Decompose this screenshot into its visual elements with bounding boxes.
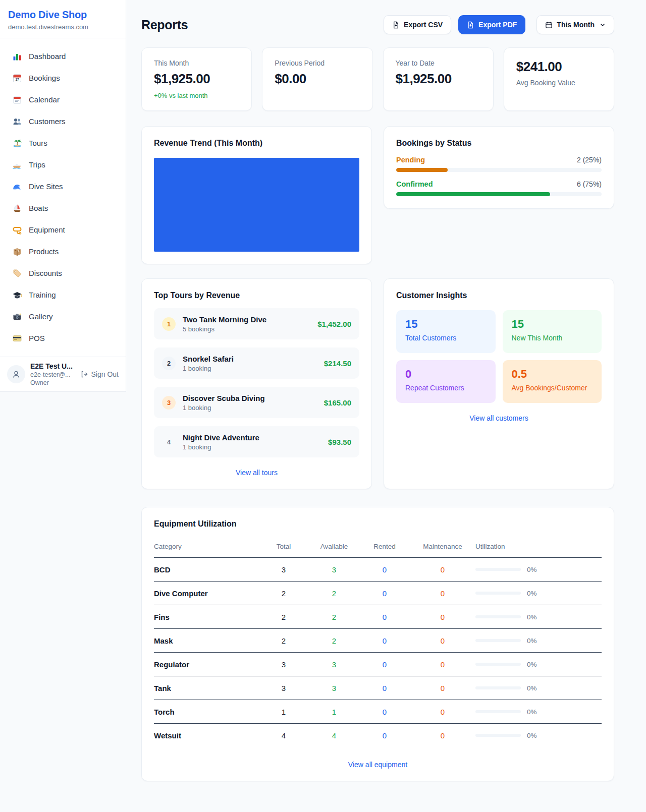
utilization-percent: 0% — [527, 590, 537, 597]
sign-out-button[interactable]: Sign Out — [80, 370, 119, 378]
export-pdf-label: Export PDF — [478, 21, 517, 29]
status-bar-track — [396, 192, 602, 196]
column-header-available: Available — [309, 539, 359, 558]
table-row: Tank33000% — [154, 676, 602, 700]
revenue-trend-card: Revenue Trend (This Month) — [141, 126, 372, 264]
cell-total: 4 — [258, 724, 309, 747]
status-bar-fill — [396, 192, 550, 196]
equipment-icon — [12, 225, 22, 235]
bookings-by-status-title: Bookings by Status — [396, 139, 602, 148]
sidebar-item-discounts[interactable]: Discounts — [4, 262, 122, 284]
column-header-utilization: Utilization — [475, 539, 602, 558]
column-header-category: Category — [154, 539, 258, 558]
dashboard-icon — [12, 51, 22, 62]
customer-insights-title: Customer Insights — [396, 291, 602, 300]
sidebar-item-equipment[interactable]: Equipment — [4, 219, 122, 241]
shop-domain: demo.test.divestreams.com — [8, 23, 118, 31]
sidebar-item-label: Products — [29, 247, 59, 256]
tour-bookings: 1 booking — [183, 404, 265, 412]
equipment-utilization-title: Equipment Utilization — [154, 519, 602, 529]
utilization-percent: 0% — [527, 708, 537, 716]
status-count: 6 (75%) — [577, 180, 602, 188]
sidebar-item-label: POS — [29, 334, 45, 342]
stat-value: $241.00 — [516, 59, 602, 75]
sidebar-item-tours[interactable]: Tours — [4, 132, 122, 154]
cell-utilization: 0% — [475, 629, 602, 653]
cell-maintenance: 0 — [410, 676, 475, 700]
cell-available: 2 — [309, 582, 359, 605]
discounts-icon — [12, 268, 22, 278]
export-pdf-button[interactable]: Export PDF — [458, 15, 525, 34]
cell-utilization: 0% — [475, 724, 602, 747]
sidebar-item-label: Discounts — [29, 269, 62, 277]
utilization-percent: 0% — [527, 613, 537, 621]
sidebar-item-dive-sites[interactable]: Dive Sites — [4, 176, 122, 197]
sidebar-item-trips[interactable]: Trips — [4, 154, 122, 176]
view-all-customers-link[interactable]: View all customers — [396, 414, 602, 422]
utilization-percent: 0% — [527, 684, 537, 692]
table-row: Regulator33000% — [154, 653, 602, 676]
cell-utilization: 0% — [475, 653, 602, 676]
shop-name: Demo Dive Shop — [8, 9, 118, 21]
status-bar-track — [396, 168, 602, 172]
sidebar-nav: Dashboard 17 Bookings Calendar Customers… — [0, 38, 126, 357]
sidebar-item-pos[interactable]: POS — [4, 327, 122, 349]
list-item: 3 Discover Scuba Diving 1 booking $165.0… — [154, 387, 359, 418]
table-row: Fins22000% — [154, 605, 602, 629]
list-item: 2 Snorkel Safari 1 booking $214.50 — [154, 347, 359, 379]
sidebar-item-gallery[interactable]: Gallery — [4, 306, 122, 327]
sidebar-item-boats[interactable]: Boats — [4, 197, 122, 219]
utilization-bar-track — [475, 568, 521, 571]
cell-utilization: 0% — [475, 582, 602, 605]
table-row: Dive Computer22000% — [154, 582, 602, 605]
stat-card-this-month: This Month $1,925.00 +0% vs last month — [141, 47, 252, 111]
calendar-icon — [12, 95, 22, 105]
period-label: This Month — [557, 21, 595, 29]
main-content: Reports Export CSV Export PDF This Month… — [126, 0, 646, 801]
view-all-equipment-link[interactable]: View all equipment — [154, 761, 602, 769]
period-dropdown[interactable]: This Month — [536, 15, 614, 34]
tour-bookings: 1 booking — [183, 365, 234, 372]
cell-category: Tank — [154, 676, 258, 700]
sidebar-item-dashboard[interactable]: Dashboard — [4, 45, 122, 67]
sidebar-item-calendar[interactable]: Calendar — [4, 89, 122, 110]
sidebar-item-bookings[interactable]: 17 Bookings — [4, 67, 122, 89]
utilization-bar-track — [475, 686, 521, 689]
cell-category: Dive Computer — [154, 582, 258, 605]
stat-label: Avg Booking Value — [516, 79, 602, 87]
cell-maintenance: 0 — [410, 653, 475, 676]
list-item: 4 Night Dive Adventure 1 booking $93.50 — [154, 426, 359, 457]
utilization-bar-track — [475, 710, 521, 713]
tour-name: Night Dive Adventure — [183, 433, 259, 442]
cell-available: 1 — [309, 700, 359, 724]
cell-available: 2 — [309, 605, 359, 629]
sidebar-item-label: Equipment — [29, 225, 65, 234]
sidebar-item-label: Boats — [29, 204, 48, 212]
status-count: 2 (25%) — [577, 156, 602, 164]
cell-available: 3 — [309, 653, 359, 676]
cell-utilization: 0% — [475, 676, 602, 700]
export-csv-button[interactable]: Export CSV — [384, 15, 451, 34]
insight-tile-avg-bookings: 0.5 Avg Bookings/Customer — [503, 360, 602, 403]
utilization-bar-track — [475, 639, 521, 642]
cell-maintenance: 0 — [410, 605, 475, 629]
sidebar-item-label: Calendar — [29, 95, 60, 104]
utilization-percent: 0% — [527, 732, 537, 739]
column-header-maintenance: Maintenance — [410, 539, 475, 558]
sidebar-item-label: Customers — [29, 117, 66, 126]
sidebar-item-training[interactable]: Training — [4, 284, 122, 306]
tour-name: Discover Scuba Diving — [183, 394, 265, 402]
sidebar-item-customers[interactable]: Customers — [4, 110, 122, 132]
sidebar-item-label: Dashboard — [29, 52, 66, 61]
sidebar-item-products[interactable]: Products — [4, 241, 122, 262]
insight-value: 15 — [405, 318, 487, 331]
bookings-by-status-card: Bookings by Status Pending 2 (25%) Confi… — [384, 126, 614, 209]
cell-maintenance: 0 — [410, 700, 475, 724]
utilization-bar-track — [475, 592, 521, 595]
view-all-tours-link[interactable]: View all tours — [154, 469, 359, 477]
utilization-percent: 0% — [527, 637, 537, 645]
boats-icon — [12, 203, 22, 213]
insight-value: 15 — [512, 318, 593, 331]
insight-grid: 15 Total Customers 15 New This Month 0 R… — [396, 310, 602, 403]
tour-revenue: $1,452.00 — [317, 320, 351, 328]
